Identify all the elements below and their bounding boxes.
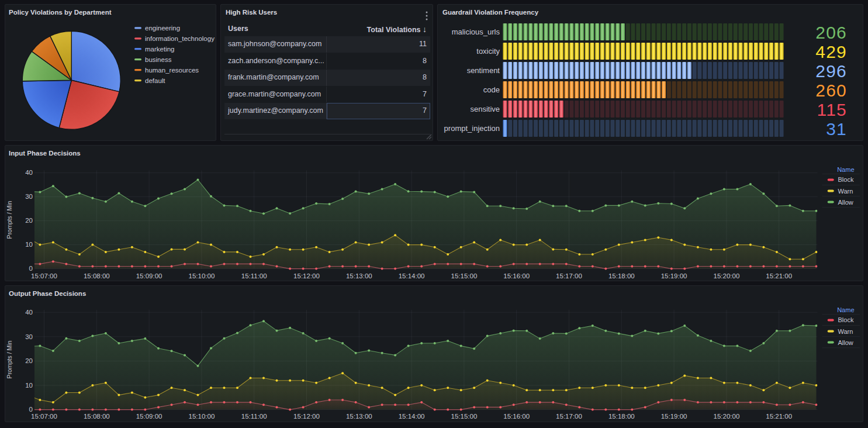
svg-text:20: 20 xyxy=(25,217,33,224)
svg-text:prompt_injection: prompt_injection xyxy=(444,124,500,133)
svg-text:206: 206 xyxy=(815,23,847,42)
svg-text:15:08:00: 15:08:00 xyxy=(84,272,110,279)
svg-text:20: 20 xyxy=(25,357,33,364)
svg-text:sensitive: sensitive xyxy=(470,105,500,113)
svg-text:15:16:00: 15:16:00 xyxy=(503,272,530,279)
svg-text:engineering: engineering xyxy=(145,25,180,32)
svg-text:30: 30 xyxy=(25,193,33,200)
svg-text:15:19:00: 15:19:00 xyxy=(661,272,687,279)
svg-text:Block: Block xyxy=(838,176,854,183)
svg-text:10: 10 xyxy=(25,382,33,389)
svg-text:15:08:00: 15:08:00 xyxy=(84,413,110,420)
svg-text:15:14:00: 15:14:00 xyxy=(399,413,425,420)
svg-text:15:07:00: 15:07:00 xyxy=(31,413,57,420)
svg-text:Prompts / Min: Prompts / Min xyxy=(6,201,13,239)
svg-text:15:15:00: 15:15:00 xyxy=(451,272,478,279)
svg-text:Allow: Allow xyxy=(838,339,853,346)
svg-text:default: default xyxy=(145,77,165,84)
svg-text:15:20:00: 15:20:00 xyxy=(714,272,740,279)
svg-text:15:12:00: 15:12:00 xyxy=(293,272,320,279)
svg-text:15:11:00: 15:11:00 xyxy=(241,272,267,279)
svg-text:Allow: Allow xyxy=(838,199,853,206)
svg-text:malicious_urls: malicious_urls xyxy=(452,27,500,36)
svg-text:15:13:00: 15:13:00 xyxy=(346,272,372,279)
svg-text:Warn: Warn xyxy=(838,328,853,335)
svg-text:Name: Name xyxy=(837,166,854,173)
svg-text:40: 40 xyxy=(25,309,33,316)
svg-text:15:17:00: 15:17:00 xyxy=(556,413,582,420)
svg-text:15:18:00: 15:18:00 xyxy=(608,272,635,279)
svg-text:0: 0 xyxy=(29,265,33,272)
svg-text:15:16:00: 15:16:00 xyxy=(503,413,530,420)
svg-text:15:15:00: 15:15:00 xyxy=(451,413,478,420)
svg-text:40: 40 xyxy=(25,169,33,176)
svg-text:Block: Block xyxy=(838,316,854,323)
svg-text:human_resources: human_resources xyxy=(145,67,199,74)
svg-text:15:20:00: 15:20:00 xyxy=(714,413,740,420)
svg-text:sentiment: sentiment xyxy=(467,66,500,75)
svg-text:15:21:00: 15:21:00 xyxy=(766,413,792,420)
svg-text:Warn: Warn xyxy=(838,188,853,195)
svg-text:information_technology: information_technology xyxy=(145,35,215,42)
svg-text:15:21:00: 15:21:00 xyxy=(766,272,792,279)
svg-text:marketing: marketing xyxy=(145,46,175,53)
svg-text:260: 260 xyxy=(815,81,847,100)
svg-text:15:07:00: 15:07:00 xyxy=(31,272,57,279)
svg-text:429: 429 xyxy=(815,42,847,61)
svg-text:15:11:00: 15:11:00 xyxy=(241,413,267,420)
svg-text:15:10:00: 15:10:00 xyxy=(189,272,215,279)
svg-text:15:09:00: 15:09:00 xyxy=(136,272,162,279)
svg-text:Name: Name xyxy=(837,306,854,313)
svg-text:15:10:00: 15:10:00 xyxy=(189,413,215,420)
svg-text:Prompts / Min: Prompts / Min xyxy=(6,340,13,378)
svg-text:code: code xyxy=(483,85,500,94)
svg-text:31: 31 xyxy=(826,119,847,139)
svg-text:15:13:00: 15:13:00 xyxy=(346,413,372,420)
svg-text:10: 10 xyxy=(25,241,33,248)
svg-text:115: 115 xyxy=(817,100,847,119)
svg-text:business: business xyxy=(145,56,172,63)
svg-text:15:09:00: 15:09:00 xyxy=(136,413,162,420)
svg-text:15:14:00: 15:14:00 xyxy=(399,272,425,279)
svg-text:15:19:00: 15:19:00 xyxy=(661,413,687,420)
svg-text:toxicity: toxicity xyxy=(476,47,500,56)
svg-text:30: 30 xyxy=(25,333,33,340)
svg-text:15:18:00: 15:18:00 xyxy=(608,413,635,420)
svg-text:15:12:00: 15:12:00 xyxy=(293,413,320,420)
svg-text:296: 296 xyxy=(815,61,847,81)
svg-text:15:17:00: 15:17:00 xyxy=(556,272,582,279)
